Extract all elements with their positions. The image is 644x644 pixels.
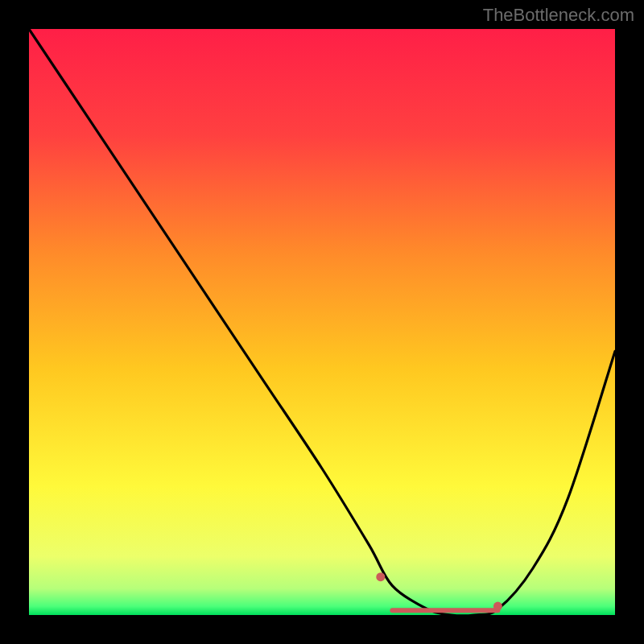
bottleneck-chart — [29, 29, 615, 615]
watermark-text: TheBottleneck.com — [483, 5, 634, 26]
chart-background-gradient — [29, 29, 615, 615]
marker-dot — [493, 602, 502, 611]
chart-container — [29, 29, 615, 615]
marker-dot — [376, 572, 385, 581]
